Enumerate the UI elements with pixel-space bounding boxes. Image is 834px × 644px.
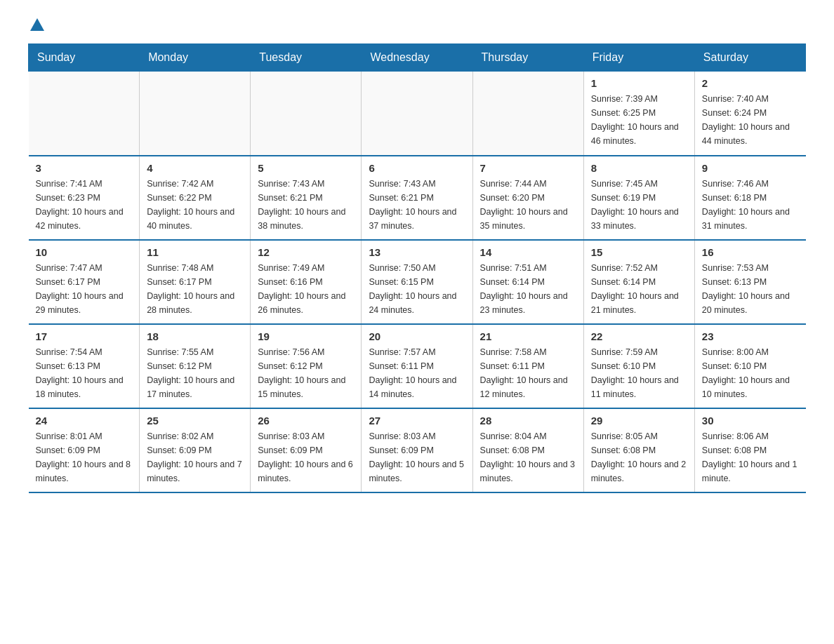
day-of-week-header: Monday: [140, 44, 251, 72]
day-info: Sunrise: 7:53 AMSunset: 6:13 PMDaylight:…: [702, 261, 799, 317]
calendar-day-cell: 11Sunrise: 7:48 AMSunset: 6:17 PMDayligh…: [140, 240, 251, 324]
calendar-day-cell: 20Sunrise: 7:57 AMSunset: 6:11 PMDayligh…: [362, 324, 472, 408]
day-info: Sunrise: 8:06 AMSunset: 6:08 PMDaylight:…: [702, 429, 799, 485]
day-number: 17: [36, 330, 133, 342]
calendar-day-cell: 4Sunrise: 7:42 AMSunset: 6:22 PMDaylight…: [140, 156, 251, 240]
calendar-day-cell: 13Sunrise: 7:50 AMSunset: 6:15 PMDayligh…: [362, 240, 472, 324]
calendar-header: SundayMondayTuesdayWednesdayThursdayFrid…: [29, 44, 806, 72]
day-number: 11: [147, 246, 243, 258]
day-number: 21: [480, 330, 576, 342]
day-info: Sunrise: 7:39 AMSunset: 6:25 PMDaylight:…: [591, 92, 687, 148]
day-number: 1: [591, 77, 687, 89]
day-header-row: SundayMondayTuesdayWednesdayThursdayFrid…: [29, 44, 806, 72]
day-info: Sunrise: 8:03 AMSunset: 6:09 PMDaylight:…: [369, 429, 465, 485]
calendar-day-cell: 7Sunrise: 7:44 AMSunset: 6:20 PMDaylight…: [472, 156, 583, 240]
calendar-day-cell: 3Sunrise: 7:41 AMSunset: 6:23 PMDaylight…: [29, 156, 140, 240]
calendar-week-row: 1Sunrise: 7:39 AMSunset: 6:25 PMDaylight…: [29, 72, 806, 156]
calendar-day-cell: 23Sunrise: 8:00 AMSunset: 6:10 PMDayligh…: [694, 324, 805, 408]
day-info: Sunrise: 7:58 AMSunset: 6:11 PMDaylight:…: [480, 345, 576, 401]
day-number: 8: [591, 162, 687, 174]
day-info: Sunrise: 8:05 AMSunset: 6:08 PMDaylight:…: [591, 429, 687, 485]
logo-triangle-icon: [30, 18, 44, 31]
calendar-week-row: 10Sunrise: 7:47 AMSunset: 6:17 PMDayligh…: [29, 240, 806, 324]
calendar-day-cell: 6Sunrise: 7:43 AMSunset: 6:21 PMDaylight…: [362, 156, 472, 240]
day-number: 14: [480, 246, 576, 258]
calendar-day-cell: 27Sunrise: 8:03 AMSunset: 6:09 PMDayligh…: [362, 408, 472, 492]
day-number: 30: [702, 415, 799, 427]
calendar-day-cell: [140, 72, 251, 156]
day-number: 7: [480, 162, 576, 174]
day-number: 26: [258, 415, 354, 427]
calendar-day-cell: 30Sunrise: 8:06 AMSunset: 6:08 PMDayligh…: [694, 408, 805, 492]
day-info: Sunrise: 7:57 AMSunset: 6:11 PMDaylight:…: [369, 345, 465, 401]
calendar-day-cell: [29, 72, 140, 156]
day-info: Sunrise: 7:41 AMSunset: 6:23 PMDaylight:…: [36, 177, 133, 233]
day-info: Sunrise: 8:03 AMSunset: 6:09 PMDaylight:…: [258, 429, 354, 485]
day-number: 18: [147, 330, 243, 342]
calendar-day-cell: 8Sunrise: 7:45 AMSunset: 6:19 PMDaylight…: [583, 156, 694, 240]
day-number: 12: [258, 246, 354, 258]
day-info: Sunrise: 7:42 AMSunset: 6:22 PMDaylight:…: [147, 177, 243, 233]
day-info: Sunrise: 7:40 AMSunset: 6:24 PMDaylight:…: [702, 92, 799, 148]
calendar-day-cell: 18Sunrise: 7:55 AMSunset: 6:12 PMDayligh…: [140, 324, 251, 408]
day-info: Sunrise: 7:54 AMSunset: 6:13 PMDaylight:…: [36, 345, 133, 401]
day-number: 15: [591, 246, 687, 258]
calendar-day-cell: 19Sunrise: 7:56 AMSunset: 6:12 PMDayligh…: [251, 324, 362, 408]
calendar-day-cell: 16Sunrise: 7:53 AMSunset: 6:13 PMDayligh…: [694, 240, 805, 324]
calendar-body: 1Sunrise: 7:39 AMSunset: 6:25 PMDaylight…: [29, 72, 806, 492]
day-number: 3: [36, 162, 133, 174]
logo: [28, 21, 44, 29]
page-header: [28, 21, 806, 29]
day-of-week-header: Thursday: [472, 44, 583, 72]
day-info: Sunrise: 7:59 AMSunset: 6:10 PMDaylight:…: [591, 345, 687, 401]
day-number: 22: [591, 330, 687, 342]
day-number: 10: [36, 246, 133, 258]
calendar-day-cell: 26Sunrise: 8:03 AMSunset: 6:09 PMDayligh…: [251, 408, 362, 492]
calendar-day-cell: 15Sunrise: 7:52 AMSunset: 6:14 PMDayligh…: [583, 240, 694, 324]
calendar-day-cell: 12Sunrise: 7:49 AMSunset: 6:16 PMDayligh…: [251, 240, 362, 324]
calendar-day-cell: [472, 72, 583, 156]
day-info: Sunrise: 8:01 AMSunset: 6:09 PMDaylight:…: [36, 429, 133, 485]
day-info: Sunrise: 7:55 AMSunset: 6:12 PMDaylight:…: [147, 345, 243, 401]
calendar-day-cell: 28Sunrise: 8:04 AMSunset: 6:08 PMDayligh…: [472, 408, 583, 492]
day-info: Sunrise: 8:00 AMSunset: 6:10 PMDaylight:…: [702, 345, 799, 401]
day-of-week-header: Sunday: [29, 44, 140, 72]
calendar-table: SundayMondayTuesdayWednesdayThursdayFrid…: [28, 43, 806, 493]
calendar-day-cell: 14Sunrise: 7:51 AMSunset: 6:14 PMDayligh…: [472, 240, 583, 324]
day-info: Sunrise: 7:48 AMSunset: 6:17 PMDaylight:…: [147, 261, 243, 317]
day-number: 23: [702, 330, 799, 342]
logo-general: [28, 21, 44, 31]
day-info: Sunrise: 7:47 AMSunset: 6:17 PMDaylight:…: [36, 261, 133, 317]
day-of-week-header: Saturday: [694, 44, 805, 72]
day-info: Sunrise: 7:50 AMSunset: 6:15 PMDaylight:…: [369, 261, 465, 317]
day-info: Sunrise: 7:46 AMSunset: 6:18 PMDaylight:…: [702, 177, 799, 233]
day-number: 20: [369, 330, 465, 342]
day-info: Sunrise: 7:43 AMSunset: 6:21 PMDaylight:…: [369, 177, 465, 233]
day-info: Sunrise: 7:51 AMSunset: 6:14 PMDaylight:…: [480, 261, 576, 317]
day-of-week-header: Tuesday: [251, 44, 362, 72]
calendar-day-cell: 29Sunrise: 8:05 AMSunset: 6:08 PMDayligh…: [583, 408, 694, 492]
day-number: 5: [258, 162, 354, 174]
day-number: 28: [480, 415, 576, 427]
day-info: Sunrise: 7:49 AMSunset: 6:16 PMDaylight:…: [258, 261, 354, 317]
day-info: Sunrise: 7:44 AMSunset: 6:20 PMDaylight:…: [480, 177, 576, 233]
calendar-day-cell: [251, 72, 362, 156]
calendar-day-cell: 25Sunrise: 8:02 AMSunset: 6:09 PMDayligh…: [140, 408, 251, 492]
calendar-day-cell: 10Sunrise: 7:47 AMSunset: 6:17 PMDayligh…: [29, 240, 140, 324]
calendar-week-row: 3Sunrise: 7:41 AMSunset: 6:23 PMDaylight…: [29, 156, 806, 240]
calendar-week-row: 17Sunrise: 7:54 AMSunset: 6:13 PMDayligh…: [29, 324, 806, 408]
calendar-day-cell: 24Sunrise: 8:01 AMSunset: 6:09 PMDayligh…: [29, 408, 140, 492]
day-number: 9: [702, 162, 799, 174]
day-of-week-header: Wednesday: [362, 44, 472, 72]
day-info: Sunrise: 7:56 AMSunset: 6:12 PMDaylight:…: [258, 345, 354, 401]
day-info: Sunrise: 7:43 AMSunset: 6:21 PMDaylight:…: [258, 177, 354, 233]
calendar-day-cell: 9Sunrise: 7:46 AMSunset: 6:18 PMDaylight…: [694, 156, 805, 240]
day-info: Sunrise: 8:04 AMSunset: 6:08 PMDaylight:…: [480, 429, 576, 485]
day-number: 19: [258, 330, 354, 342]
day-number: 24: [36, 415, 133, 427]
calendar-day-cell: 1Sunrise: 7:39 AMSunset: 6:25 PMDaylight…: [583, 72, 694, 156]
day-number: 4: [147, 162, 243, 174]
calendar-day-cell: 5Sunrise: 7:43 AMSunset: 6:21 PMDaylight…: [251, 156, 362, 240]
calendar-day-cell: 22Sunrise: 7:59 AMSunset: 6:10 PMDayligh…: [583, 324, 694, 408]
day-number: 13: [369, 246, 465, 258]
